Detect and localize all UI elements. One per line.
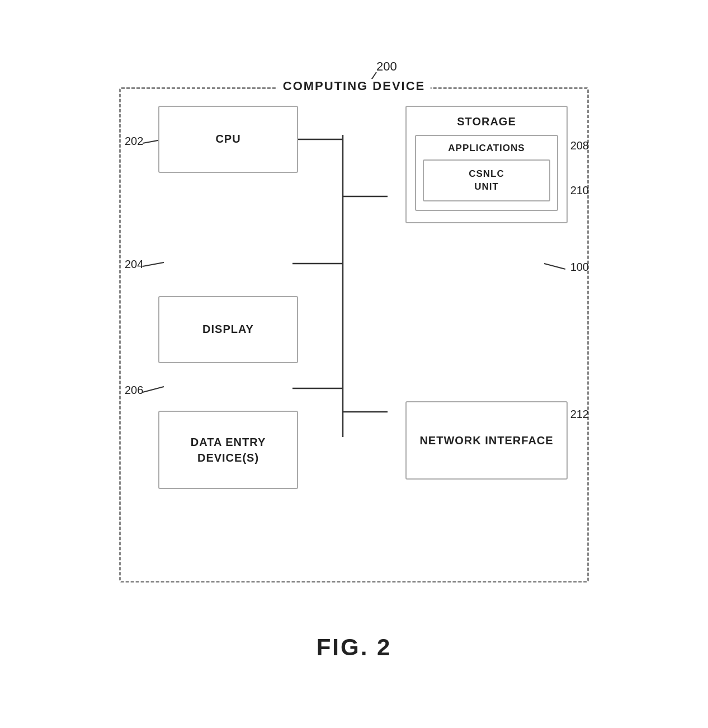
csnlc-box: CSNLCUNIT <box>423 159 550 202</box>
network-interface-box: NETWORK INTERFACE <box>405 401 568 480</box>
storage-label: STORAGE <box>415 115 558 128</box>
display-box: DISPLAY <box>158 296 298 363</box>
computing-device-label: COMPUTING DEVICE <box>277 79 431 93</box>
csnlc-label: CSNLCUNIT <box>469 168 504 192</box>
ref-204: 204 <box>125 258 143 271</box>
ref-200-label: 200 <box>376 59 397 74</box>
page-container: 200 COMPUTING DEVICE 202 204 206 208 210… <box>0 0 708 728</box>
ref-212: 212 <box>570 408 589 421</box>
ref-206: 206 <box>125 384 143 397</box>
applications-label: APPLICATIONS <box>423 143 550 154</box>
diagram-area: 200 COMPUTING DEVICE 202 204 206 208 210… <box>102 57 606 672</box>
storage-box: STORAGE APPLICATIONS CSNLCUNIT <box>405 106 568 224</box>
figure-label: FIG. 2 <box>317 634 392 661</box>
ref-202: 202 <box>125 135 143 148</box>
cpu-label: CPU <box>215 133 240 145</box>
cpu-box: CPU <box>158 106 298 173</box>
display-label: DISPLAY <box>202 323 254 336</box>
network-interface-label: NETWORK INTERFACE <box>419 433 553 448</box>
ref-208: 208 <box>570 139 589 152</box>
data-entry-label: DATA ENTRYDEVICE(S) <box>191 434 266 466</box>
ref-210: 210 <box>570 184 589 197</box>
applications-box: APPLICATIONS CSNLCUNIT <box>415 135 558 212</box>
ref-100: 100 <box>570 261 589 274</box>
data-entry-box: DATA ENTRYDEVICE(S) <box>158 411 298 489</box>
